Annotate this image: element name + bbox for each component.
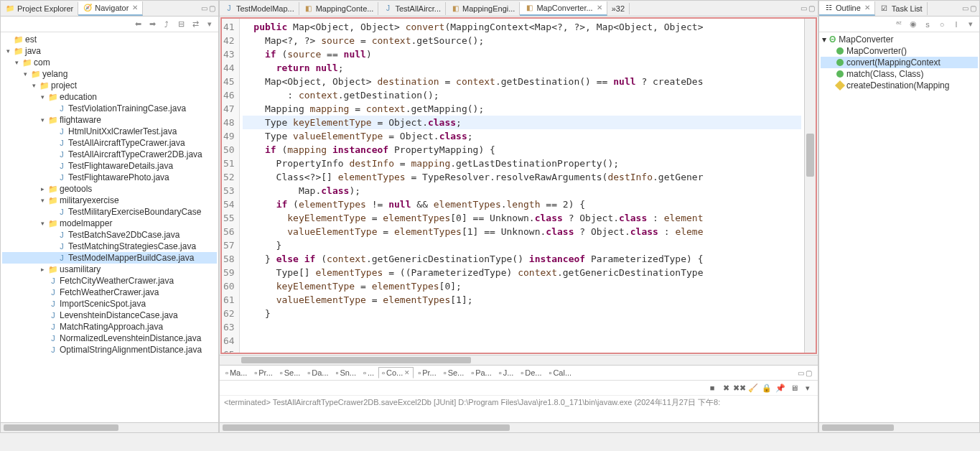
- outline-member[interactable]: createDestination(Mapping: [821, 80, 978, 91]
- tree-item[interactable]: JTestModelMapperBuildCase.java: [2, 252, 217, 264]
- maximize-icon[interactable]: ▢: [806, 369, 812, 377]
- link-editor-icon[interactable]: ⇄: [190, 19, 201, 30]
- tree-item[interactable]: JTestAllAircraftTypeCrawer.java: [2, 137, 217, 149]
- remove-all-icon[interactable]: ✖✖: [734, 382, 745, 394]
- tree-item[interactable]: 📁est: [2, 34, 217, 45]
- tree-item[interactable]: ▾📁modelmapper: [2, 218, 217, 229]
- forward-icon[interactable]: ➡: [146, 19, 158, 30]
- display-icon[interactable]: 🖥: [788, 382, 800, 394]
- tree-item[interactable]: ▾📁com: [2, 57, 217, 68]
- tree-item[interactable]: ▾📁java: [2, 45, 217, 57]
- tree-item[interactable]: JTestFlightawareDetails.java: [2, 160, 217, 172]
- tree-item[interactable]: JFetchWeatherCrawer.java: [2, 287, 217, 298]
- bottom-tab[interactable]: ▫Co...✕: [378, 367, 414, 378]
- bottom-tab[interactable]: ▫Cal...: [546, 368, 575, 378]
- bottom-tab[interactable]: ▫Ma...: [223, 368, 250, 378]
- bottom-tab[interactable]: ▫J...: [496, 368, 517, 378]
- tree-item[interactable]: JTestMilitaryExerciseBoundaryCase: [2, 206, 217, 218]
- expander-icon[interactable]: ▾: [38, 220, 47, 227]
- tree-item[interactable]: ▾📁yelang: [2, 68, 217, 80]
- tree-item[interactable]: ▸📁geotools: [2, 183, 217, 195]
- close-icon[interactable]: ✕: [132, 4, 138, 11]
- tree-item[interactable]: JMatchRatingApproach.java: [2, 321, 217, 333]
- bottom-tab[interactable]: ▫Pr...: [415, 368, 439, 378]
- editor-tab[interactable]: ◧MappingConte...: [299, 2, 379, 15]
- bottom-tab[interactable]: ▫Sn...: [333, 368, 360, 378]
- expander-icon[interactable]: ▾: [29, 82, 38, 89]
- outline-member[interactable]: MapConverter(): [821, 45, 978, 57]
- bottom-tab[interactable]: ▫Se...: [441, 368, 467, 378]
- outline-member[interactable]: convert(MappingContext: [821, 57, 978, 68]
- expander-icon[interactable]: ▾: [38, 197, 47, 204]
- navigator-hscroll[interactable]: [1, 422, 218, 432]
- open-console-icon[interactable]: ▾: [802, 382, 813, 394]
- tree-item[interactable]: JImportScenicSpot.java: [2, 298, 217, 310]
- tree-item[interactable]: ▾📁project: [2, 80, 217, 91]
- remove-icon[interactable]: ✖: [720, 382, 732, 394]
- bottom-tab[interactable]: ▫...: [360, 368, 377, 378]
- tab-project-explorer[interactable]: 📁 Project Explorer: [1, 2, 78, 15]
- tree-item[interactable]: JTestMatchingStrategiesCase.java: [2, 241, 217, 252]
- sort-icon[interactable]: ᵃᶻ: [893, 19, 905, 30]
- minimize-icon[interactable]: ▭: [798, 369, 804, 377]
- hide-local-icon[interactable]: l: [951, 19, 962, 30]
- up-icon[interactable]: ⤴: [161, 19, 172, 30]
- back-icon[interactable]: ⬅: [132, 19, 144, 30]
- tree-item[interactable]: JTestFlightawarePhoto.java: [2, 172, 217, 183]
- expander-icon[interactable]: ▾: [4, 47, 12, 55]
- close-icon[interactable]: ✕: [864, 4, 870, 11]
- editor-tab[interactable]: JTestModelMap...: [220, 2, 299, 15]
- collapse-all-icon[interactable]: ⊟: [175, 19, 187, 30]
- expander-icon[interactable]: ▾: [12, 59, 21, 66]
- tree-item[interactable]: ▾📁militaryexercise: [2, 195, 217, 206]
- editor-vscroll[interactable]: [804, 19, 816, 353]
- navigator-tree[interactable]: 📁est▾📁java▾📁com▾📁yelang▾📁project▾📁educat…: [1, 32, 218, 422]
- tree-item[interactable]: JOptimalStringAlignmentDistance.java: [2, 344, 217, 355]
- expander-icon[interactable]: ▾: [38, 93, 47, 101]
- minimize-icon[interactable]: ▭: [201, 4, 207, 12]
- outline-class[interactable]: ▾ΘMapConverter: [821, 34, 978, 45]
- bottom-tab[interactable]: ▫Pr...: [251, 368, 275, 378]
- console-hscroll[interactable]: [220, 422, 818, 432]
- outline-hscroll[interactable]: [819, 422, 979, 432]
- pin-icon[interactable]: 📌: [775, 382, 786, 394]
- outline-member[interactable]: match(Class, Class): [821, 68, 978, 80]
- hide-fields-icon[interactable]: ◉: [907, 19, 919, 30]
- tree-item[interactable]: JTestViolationTrainingCase.java: [2, 103, 217, 114]
- editor-tab[interactable]: ◧MappingEngi...: [446, 2, 520, 15]
- outline-tree[interactable]: ▾ΘMapConverterMapConverter()convert(Mapp…: [819, 32, 979, 422]
- tab-outline[interactable]: ☷ Outline ✕: [819, 1, 875, 16]
- tab-tasklist[interactable]: ☑ Task List: [875, 2, 928, 15]
- tree-item[interactable]: JTestBatchSave2DbCase.java: [2, 229, 217, 241]
- hide-static-icon[interactable]: s: [922, 19, 933, 30]
- view-menu-icon[interactable]: ▾: [965, 19, 976, 30]
- bottom-tab[interactable]: ▫De...: [518, 368, 544, 378]
- tree-item[interactable]: ▾📁flightaware: [2, 114, 217, 126]
- editor-hscroll[interactable]: [220, 355, 818, 365]
- tab-navigator[interactable]: 🧭 Navigator ✕: [78, 1, 143, 16]
- maximize-icon[interactable]: ▢: [808, 4, 815, 12]
- maximize-icon[interactable]: ▢: [970, 4, 976, 12]
- tree-item[interactable]: JFetchCityWeatherCrawer.java: [2, 275, 217, 287]
- tree-item[interactable]: JLevenshteinDistanceCase.java: [2, 310, 217, 321]
- clear-console-icon[interactable]: 🧹: [747, 382, 759, 394]
- tree-item[interactable]: ▸📁usamilitary: [2, 264, 217, 275]
- expander-icon[interactable]: ▸: [38, 185, 47, 192]
- maximize-icon[interactable]: ▢: [209, 4, 215, 12]
- hide-nonpublic-icon[interactable]: ○: [936, 19, 948, 30]
- bottom-tab[interactable]: ▫Pa...: [468, 368, 495, 378]
- editor-tab[interactable]: JTestAllAircr...: [378, 2, 446, 15]
- close-icon[interactable]: ✕: [597, 4, 602, 11]
- expander-icon[interactable]: ▾: [21, 70, 29, 78]
- minimize-icon[interactable]: ▭: [801, 4, 807, 12]
- close-icon[interactable]: ✕: [404, 369, 410, 376]
- more-tabs[interactable]: »32: [607, 3, 630, 14]
- editor-tab[interactable]: ◧MapConverter...✕: [520, 1, 607, 16]
- terminate-icon[interactable]: ■: [706, 382, 718, 394]
- minimize-icon[interactable]: ▭: [962, 4, 969, 12]
- view-menu-icon[interactable]: ▾: [204, 19, 215, 30]
- tree-item[interactable]: JHtmlUnitXxlCrawlerTest.java: [2, 126, 217, 137]
- tree-item[interactable]: ▾📁education: [2, 91, 217, 103]
- expander-icon[interactable]: ▸: [38, 266, 47, 273]
- code-area[interactable]: public Map<Object, Object> convert(Mappi…: [240, 19, 804, 353]
